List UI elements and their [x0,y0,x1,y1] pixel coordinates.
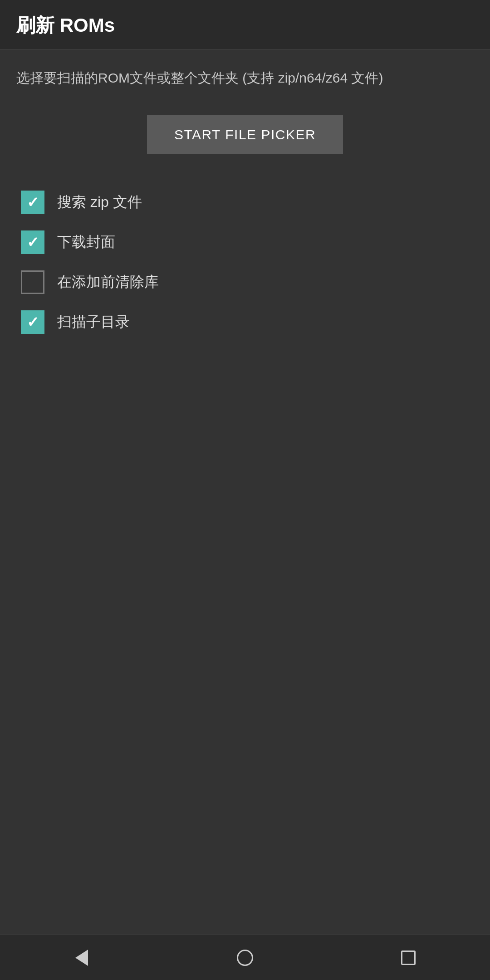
checkbox-search-zip-box[interactable] [21,191,44,214]
checkbox-scan-subdirs-box[interactable] [21,310,44,334]
app-bar: 刷新 ROMs [0,0,490,49]
nav-bar [0,935,490,980]
button-container: START FILE PICKER [16,115,474,154]
checkbox-list: 搜索 zip 文件 下载封面 在添加前清除库 扫描子目录 [16,191,474,334]
checkbox-download-cover[interactable]: 下载封面 [21,230,469,254]
home-icon [237,950,253,966]
checkbox-download-cover-box[interactable] [21,230,44,254]
checkbox-clear-before-add-box[interactable] [21,270,44,294]
page-title: 刷新 ROMs [16,15,115,36]
checkbox-scan-subdirs-label: 扫描子目录 [57,312,130,332]
start-file-picker-button[interactable]: START FILE PICKER [147,115,343,154]
recents-button[interactable] [390,940,426,976]
checkbox-scan-subdirs[interactable]: 扫描子目录 [21,310,469,334]
checkbox-search-zip-label: 搜索 zip 文件 [57,192,142,212]
back-button[interactable] [64,940,100,976]
recents-icon [401,951,416,965]
description-text: 选择要扫描的ROM文件或整个文件夹 (支持 zip/n64/z64 文件) [16,68,474,88]
back-icon [75,950,88,966]
checkbox-search-zip[interactable]: 搜索 zip 文件 [21,191,469,214]
checkbox-clear-before-add[interactable]: 在添加前清除库 [21,270,469,294]
checkbox-download-cover-label: 下载封面 [57,232,115,252]
checkbox-clear-before-add-label: 在添加前清除库 [57,272,159,292]
main-content: 选择要扫描的ROM文件或整个文件夹 (支持 zip/n64/z64 文件) ST… [0,49,490,935]
home-button[interactable] [227,940,263,976]
